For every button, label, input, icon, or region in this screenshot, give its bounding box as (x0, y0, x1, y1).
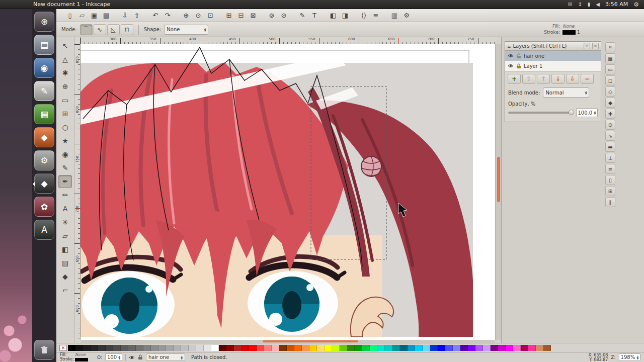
raise-to-top-button[interactable]: ⇧ (522, 74, 535, 84)
system-settings-launcher[interactable]: ⚙ (34, 150, 54, 170)
layer-visibility-toggle[interactable] (508, 63, 514, 68)
spiral-tool[interactable]: ◉ (58, 148, 72, 161)
palette-swatch[interactable] (370, 345, 377, 351)
palette-swatch[interactable] (121, 345, 128, 351)
palette-swatch[interactable] (189, 345, 196, 351)
new-layer-button[interactable]: + (508, 74, 521, 84)
file-manager-launcher[interactable]: ▤ (34, 35, 54, 55)
ubuntu-software-center-launcher[interactable]: ◆ (34, 127, 54, 147)
messaging-indicator[interactable]: ✉ (568, 2, 572, 7)
layer-row[interactable]: hair one (505, 51, 601, 61)
snap-object-centers-button[interactable]: ⊥ (605, 153, 615, 163)
current-layer-select[interactable]: hair one ▲▼ (146, 353, 185, 361)
lower-to-bottom-button[interactable]: ⇩ (566, 74, 579, 84)
spray-tool[interactable]: ✳ (58, 216, 72, 229)
mode-paraxial-segments-button[interactable]: ⊓ (121, 24, 133, 35)
snap-paths-button[interactable]: ◆ (605, 98, 615, 108)
selector-tool[interactable]: ↖ (58, 39, 72, 52)
opacity-slider[interactable] (508, 112, 573, 114)
lower-layer-button[interactable]: ↓ (551, 74, 565, 84)
palette-swatch[interactable] (536, 345, 543, 351)
zoom-to-drawing-button[interactable]: ⊙ (193, 10, 204, 21)
palette-swatch[interactable] (483, 345, 491, 351)
vertical-scrollbar[interactable] (495, 44, 501, 340)
palette-swatch[interactable] (498, 345, 506, 351)
layer-visibility-toggle[interactable] (508, 53, 514, 58)
undock-button[interactable]: ▫ (584, 43, 590, 49)
palette-swatch[interactable] (521, 345, 528, 351)
spin-arrows-icon[interactable]: ▲▼ (636, 355, 638, 359)
palette-swatch[interactable] (75, 345, 83, 351)
palette-swatch[interactable] (249, 345, 257, 351)
palette-swatch[interactable] (166, 345, 174, 351)
blend-mode-select[interactable]: Normal ▲▼ (543, 87, 589, 98)
zoom-to-selection-button[interactable]: ⊕ (181, 10, 192, 21)
vertical-ruler[interactable]: 850800750700650600 (74, 44, 80, 340)
palette-swatch[interactable] (294, 345, 302, 351)
xml-editor-button[interactable]: ⟨⟩ (358, 10, 369, 21)
session-gear-icon[interactable]: ⚙ (633, 1, 639, 8)
paint-bucket-tool[interactable]: ◧ (58, 243, 72, 256)
snap-bbox-edges-button[interactable]: ▭ (605, 64, 615, 74)
palette-swatch[interactable] (325, 345, 332, 351)
horizontal-ruler[interactable]: 300350400450500550600650700750 (80, 37, 495, 44)
eraser-tool[interactable]: ▱ (58, 229, 72, 242)
document-properties-button[interactable]: ▥ (389, 10, 400, 21)
duplicate-button[interactable]: ⊠ (248, 10, 259, 21)
palette-swatch[interactable] (400, 345, 408, 351)
star-tool[interactable]: ★ (58, 134, 72, 147)
save-document-button[interactable]: ▣ (89, 10, 100, 21)
media-app-launcher[interactable]: ✿ (34, 197, 54, 217)
zoom-tool[interactable]: ⊕ (58, 80, 72, 93)
palette-swatch[interactable] (377, 345, 385, 351)
palette-swatch[interactable] (513, 345, 521, 351)
preferences-button[interactable]: ⚙ (401, 10, 412, 21)
palette-swatch[interactable] (392, 345, 400, 351)
snap-midpoints-button[interactable]: ▬ (605, 142, 615, 152)
fill-value[interactable]: None (562, 24, 602, 29)
palette-swatch[interactable] (128, 345, 136, 351)
palette-swatch[interactable] (528, 345, 536, 351)
vertical-scroll-thumb[interactable] (497, 157, 500, 202)
palette-swatch[interactable] (317, 345, 325, 351)
palette-swatch[interactable] (408, 345, 415, 351)
canvas[interactable] (80, 44, 495, 340)
opacity-spinbox[interactable]: 100.0 ▲▼ (576, 108, 598, 117)
zoom-spinner[interactable]: 198% ▲▼ (619, 353, 640, 361)
snap-page-border-button[interactable]: ▯ (605, 175, 615, 185)
status-fill-value[interactable]: None (75, 353, 94, 357)
palette-swatch[interactable] (143, 345, 151, 351)
palette-swatch[interactable] (543, 345, 551, 351)
palette-swatch[interactable] (355, 345, 362, 351)
snap-rotation-centers-button[interactable]: ≡ (605, 164, 615, 174)
box-3d-tool[interactable]: ⊞ (58, 107, 72, 120)
close-dialog-button[interactable]: ✕ (592, 43, 599, 49)
palette-swatch[interactable] (264, 345, 272, 351)
palette-swatch[interactable] (257, 345, 264, 351)
snap-smooth-nodes-button[interactable]: ∿ (605, 131, 615, 141)
palette-swatch[interactable] (158, 345, 166, 351)
palette-swatch[interactable] (385, 345, 392, 351)
palette-swatch[interactable] (204, 345, 211, 351)
palette-swatch[interactable] (242, 345, 249, 351)
gradient-tool[interactable]: ▤ (58, 256, 72, 269)
layer-row[interactable]: Layer 1 (505, 61, 601, 71)
palette-swatch[interactable] (415, 345, 423, 351)
snap-guides-button[interactable]: ∥ (605, 197, 615, 207)
new-document-button[interactable]: ▯ (64, 10, 75, 21)
text-tool[interactable]: A (58, 202, 72, 215)
fill-and-stroke-dialog-button[interactable]: ✎ (297, 10, 308, 21)
export-bitmap-button[interactable]: ⇧ (131, 10, 142, 21)
spin-arrows-icon[interactable]: ▲▼ (594, 111, 596, 115)
palette-swatch[interactable] (430, 345, 438, 351)
snap-cusp-nodes-button[interactable]: ⊙ (605, 120, 615, 130)
inkscape-launcher[interactable]: ◆ (34, 173, 54, 194)
sound-indicator[interactable]: ◀ (596, 2, 600, 7)
pencil-tool[interactable]: ✎ (58, 161, 72, 174)
palette-swatch[interactable] (211, 345, 219, 351)
mode-straight-segments-button[interactable]: ◺ (107, 24, 120, 35)
palette-swatch[interactable] (506, 345, 513, 351)
palette-swatch[interactable] (83, 345, 91, 351)
snap-path-intersections-button[interactable]: ✚ (605, 109, 615, 119)
calligraphy-tool[interactable]: ✏ (58, 189, 72, 202)
